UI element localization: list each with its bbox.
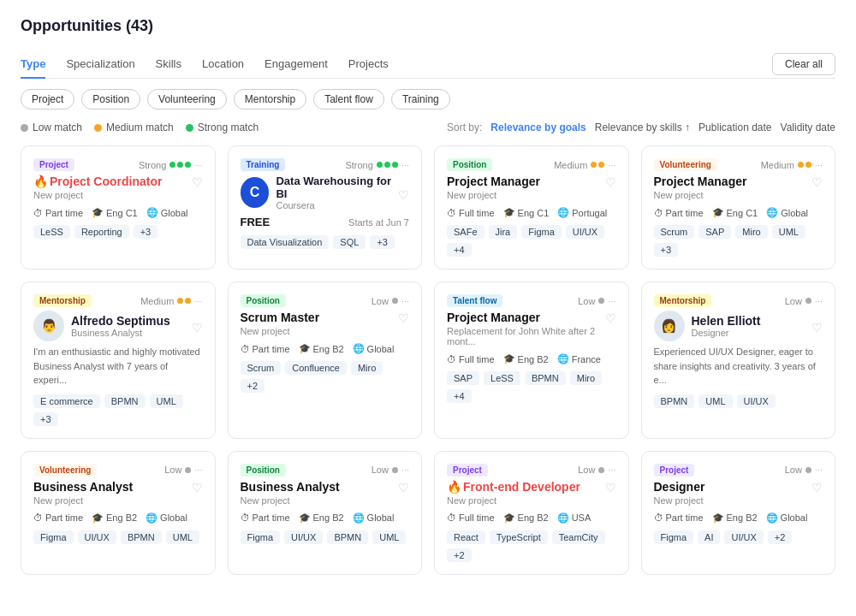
tag[interactable]: Confluence: [285, 361, 347, 375]
sort-relevance-goals[interactable]: Relevance by goals: [490, 121, 586, 133]
tab-engagement[interactable]: Engagement: [265, 50, 328, 79]
chip-project[interactable]: Project: [21, 89, 74, 110]
heart-icon[interactable]: ♡: [811, 481, 823, 495]
tag[interactable]: Reporting: [74, 225, 129, 239]
tag[interactable]: +3: [654, 243, 679, 257]
tag[interactable]: BPMN: [121, 530, 162, 544]
card-match: Medium ···: [140, 296, 202, 306]
card-title-row: 🔥Project Coordinator ♡: [33, 175, 203, 190]
tag[interactable]: AI: [698, 530, 720, 544]
more-icon[interactable]: ···: [815, 296, 823, 306]
heart-icon[interactable]: ♡: [192, 321, 203, 335]
tag[interactable]: UI/UX: [737, 394, 776, 408]
tag[interactable]: UML: [698, 394, 732, 408]
tab-specialization[interactable]: Specialization: [66, 50, 134, 79]
tag[interactable]: +2: [768, 530, 793, 544]
tag[interactable]: SQL: [333, 235, 366, 249]
sort-validity-date[interactable]: Validity date: [781, 121, 835, 133]
chip-volunteering[interactable]: Volunteering: [147, 89, 227, 110]
tag[interactable]: TypeScript: [490, 530, 548, 544]
tag[interactable]: Scrum: [654, 225, 695, 239]
tab-projects[interactable]: Projects: [348, 50, 389, 79]
tag[interactable]: BPMN: [104, 394, 146, 408]
tag[interactable]: TeamCity: [552, 530, 605, 544]
chip-position[interactable]: Position: [81, 89, 140, 110]
tag[interactable]: +3: [134, 225, 158, 239]
tag[interactable]: Figma: [33, 530, 74, 544]
more-icon[interactable]: ···: [194, 296, 202, 306]
tag[interactable]: UML: [166, 530, 199, 544]
tag[interactable]: +3: [370, 235, 395, 249]
sort-publication-date[interactable]: Publication date: [698, 121, 771, 133]
heart-icon[interactable]: ♡: [605, 481, 616, 495]
heart-icon[interactable]: ♡: [398, 311, 409, 325]
tag[interactable]: E commerce: [33, 394, 100, 408]
tag[interactable]: Figma: [241, 530, 281, 544]
tag[interactable]: UML: [372, 530, 406, 544]
card-title-row: C Data Warehousing for BI Coursera ♡: [241, 175, 410, 216]
more-icon[interactable]: ···: [815, 465, 823, 475]
tag[interactable]: +4: [447, 243, 472, 257]
meta-text: Global: [367, 344, 395, 354]
heart-icon[interactable]: ♡: [605, 175, 616, 189]
tag[interactable]: Miro: [570, 371, 602, 385]
avatar: 👨: [33, 311, 64, 341]
tag[interactable]: React: [447, 530, 485, 544]
more-icon[interactable]: ···: [815, 160, 823, 170]
tag[interactable]: Miro: [735, 225, 767, 239]
match-label: Low: [164, 465, 181, 475]
more-icon[interactable]: ···: [608, 465, 615, 475]
more-icon[interactable]: ···: [401, 465, 409, 475]
more-icon[interactable]: ···: [194, 160, 202, 170]
sort-relevance-skills[interactable]: Relevance by skills ↑: [595, 121, 690, 133]
tab-location[interactable]: Location: [202, 50, 244, 79]
heart-icon[interactable]: ♡: [605, 311, 616, 325]
more-icon[interactable]: ···: [608, 160, 615, 170]
card-meta: ⏱Full time🎓Eng B2🌐France: [447, 353, 616, 364]
chip-talentflow[interactable]: Talent flow: [313, 89, 384, 110]
tag[interactable]: Figma: [521, 225, 562, 239]
tag[interactable]: Data Visualization: [241, 235, 330, 249]
legend-low-label: Low match: [33, 121, 82, 133]
tag[interactable]: Figma: [654, 530, 694, 544]
tag[interactable]: SAP: [447, 371, 479, 385]
tag[interactable]: BPMN: [654, 394, 695, 408]
tag[interactable]: SAP: [698, 225, 731, 239]
tag[interactable]: +2: [447, 548, 472, 562]
chip-training[interactable]: Training: [391, 89, 450, 110]
tag[interactable]: LeSS: [33, 225, 70, 239]
tab-skills[interactable]: Skills: [156, 50, 181, 79]
more-icon[interactable]: ···: [401, 160, 409, 170]
tag[interactable]: UML: [150, 394, 183, 408]
tag[interactable]: LeSS: [484, 371, 520, 385]
globe-icon: 🌐: [353, 343, 365, 354]
tag[interactable]: +3: [33, 412, 58, 426]
tag[interactable]: +4: [447, 389, 472, 403]
tag[interactable]: BPMN: [525, 371, 566, 385]
more-icon[interactable]: ···: [608, 296, 615, 306]
card-meta: ⏱Part time🎓Eng B2🌐Global: [241, 512, 410, 524]
heart-icon[interactable]: ♡: [192, 481, 203, 495]
heart-icon[interactable]: ♡: [398, 188, 409, 202]
tag[interactable]: UML: [772, 225, 805, 239]
tag[interactable]: +2: [241, 379, 265, 393]
meta-item: ⏱Part time: [241, 512, 290, 524]
heart-icon[interactable]: ♡: [811, 321, 823, 335]
heart-icon[interactable]: ♡: [398, 481, 409, 495]
tag[interactable]: UI/UX: [724, 530, 763, 544]
tag[interactable]: SAFe: [447, 225, 484, 239]
clear-all-button[interactable]: Clear all: [772, 53, 835, 75]
tag[interactable]: BPMN: [327, 530, 368, 544]
tab-type[interactable]: Type: [21, 50, 45, 79]
heart-icon[interactable]: ♡: [811, 175, 823, 189]
tag[interactable]: Miro: [351, 361, 383, 375]
tag[interactable]: Jira: [489, 225, 518, 239]
more-icon[interactable]: ···: [401, 296, 409, 306]
heart-icon[interactable]: ♡: [192, 175, 203, 189]
tag[interactable]: UI/UX: [566, 225, 604, 239]
tag[interactable]: UI/UX: [284, 530, 323, 544]
tag[interactable]: UI/UX: [78, 530, 116, 544]
more-icon[interactable]: ···: [194, 465, 202, 475]
chip-mentorship[interactable]: Mentorship: [234, 89, 306, 110]
tag[interactable]: Scrum: [241, 361, 282, 375]
